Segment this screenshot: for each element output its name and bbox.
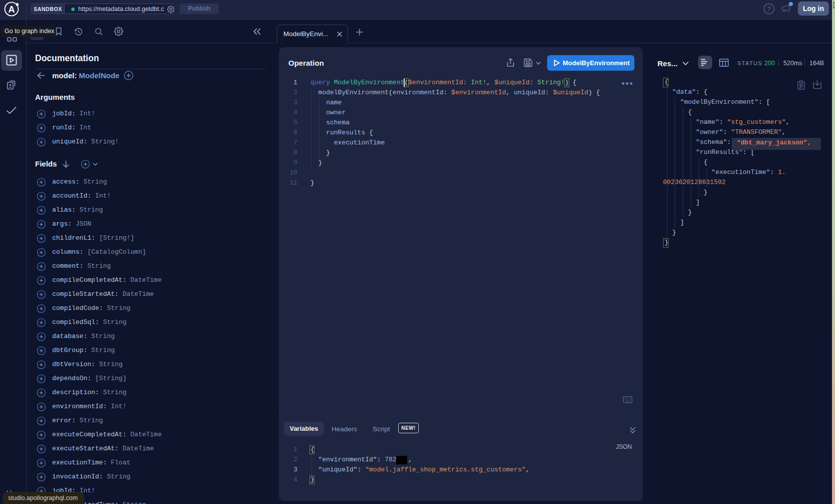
svg-text:A: A	[9, 5, 15, 15]
svg-text:?: ?	[767, 6, 771, 13]
